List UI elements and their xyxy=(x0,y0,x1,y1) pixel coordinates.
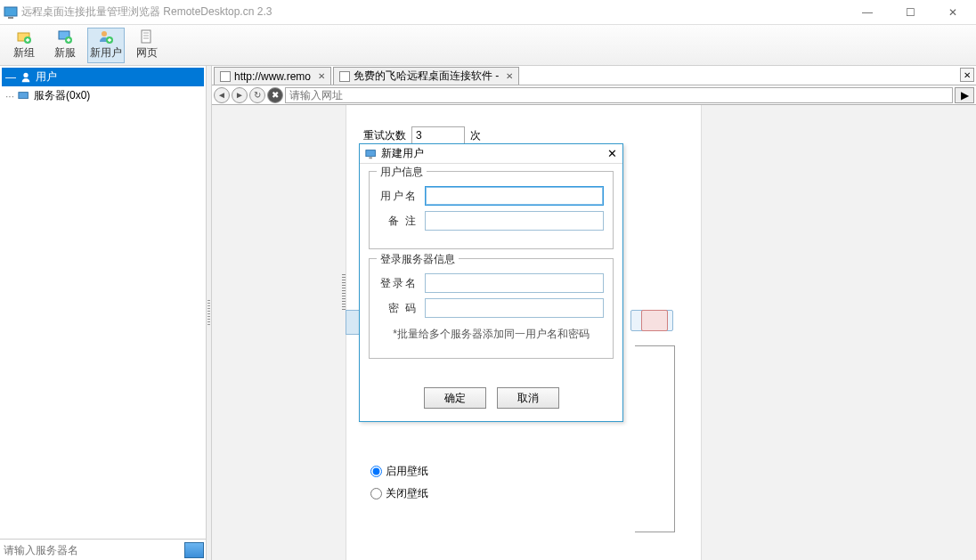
group-legend: 用户信息 xyxy=(377,165,427,180)
svg-rect-15 xyxy=(369,157,372,158)
tree-label: 用户 xyxy=(36,69,57,85)
dialog-icon xyxy=(365,148,378,160)
go-button[interactable]: ▶ xyxy=(955,87,974,103)
tab-close-icon[interactable]: ✕ xyxy=(506,71,513,81)
remark-input[interactable] xyxy=(425,211,604,231)
wallpaper-options: 启用壁纸 关闭壁纸 xyxy=(370,460,428,505)
folder-plus-icon xyxy=(17,29,31,44)
monitor-icon[interactable] xyxy=(184,542,204,558)
login-label: 登录名 xyxy=(378,276,418,291)
dialog-close-button[interactable]: ✕ xyxy=(607,147,617,160)
server-plus-icon xyxy=(58,29,72,44)
login-input[interactable] xyxy=(425,273,604,293)
background-frame-edge xyxy=(635,345,675,532)
toolbar-label: 新服 xyxy=(54,45,76,61)
page-icon xyxy=(140,29,154,44)
user-info-group: 用户信息 用户名 备 注 xyxy=(369,171,614,249)
disable-wallpaper-option[interactable]: 关闭壁纸 xyxy=(370,483,428,505)
new-group-button[interactable]: 新组 xyxy=(5,28,43,63)
login-info-group: 登录服务器信息 登录名 密 码 *批量给多个服务器添加同一用户名和密码 xyxy=(369,258,614,359)
toolbar-label: 新用户 xyxy=(90,45,122,61)
retry-label: 重试次数 xyxy=(363,128,406,143)
browser-tabs: http://www.remo ✕ 免费的飞哈远程桌面连接软件 - ✕ ✕ xyxy=(212,66,976,85)
svg-rect-14 xyxy=(366,150,376,156)
page-icon xyxy=(339,71,350,82)
new-user-button[interactable]: 新用户 xyxy=(87,28,125,63)
sidebar-search-bar xyxy=(0,539,206,560)
window-titlebar: 远程桌面连接批量管理浏览器 RemoteDesktop.cn 2.3 — ☐ ✕ xyxy=(0,0,976,25)
new-server-button[interactable]: 新服 xyxy=(46,28,84,63)
enable-wallpaper-radio[interactable] xyxy=(370,466,382,477)
main-toolbar: 新组 新服 新用户 网页 xyxy=(0,25,976,66)
toolbar-label: 网页 xyxy=(136,45,158,61)
cancel-button[interactable]: 取消 xyxy=(497,387,559,409)
hint-text: *批量给多个服务器添加同一用户名和密码 xyxy=(378,327,604,342)
svg-rect-1 xyxy=(8,17,13,19)
close-button[interactable]: ✕ xyxy=(940,6,965,19)
svg-rect-8 xyxy=(142,30,150,43)
server-search-input[interactable] xyxy=(0,540,184,560)
username-input[interactable] xyxy=(425,186,604,206)
dash-icon: — xyxy=(5,71,16,84)
back-button[interactable]: ◄ xyxy=(214,87,230,103)
radio-label: 启用壁纸 xyxy=(386,464,428,479)
disable-wallpaper-radio[interactable] xyxy=(370,488,382,499)
remark-label: 备 注 xyxy=(378,214,418,229)
dialog-titlebar[interactable]: 新建用户 ✕ xyxy=(360,144,622,164)
retry-input[interactable] xyxy=(411,126,465,144)
toolbar-label: 新组 xyxy=(13,45,35,61)
stop-button[interactable]: ✖ xyxy=(267,87,283,103)
group-legend: 登录服务器信息 xyxy=(377,252,459,267)
minimize-button[interactable]: — xyxy=(855,6,880,19)
tabs-close-all[interactable]: ✕ xyxy=(960,68,974,82)
password-input[interactable] xyxy=(425,298,604,318)
dash-icon: ··· xyxy=(5,90,14,102)
refresh-button[interactable]: ↻ xyxy=(249,87,265,103)
tab-1[interactable]: http://www.remo ✕ xyxy=(214,67,331,85)
url-input[interactable] xyxy=(285,87,953,103)
forward-button[interactable]: ► xyxy=(232,87,248,103)
password-label: 密 码 xyxy=(378,301,418,316)
new-user-dialog: 新建用户 ✕ 用户信息 用户名 备 注 登录服务器信息 登录名 密 码 xyxy=(359,143,623,422)
retry-row: 重试次数 次 xyxy=(363,126,481,144)
tab-label: 免费的飞哈远程桌面连接软件 - xyxy=(354,69,499,84)
background-close-button[interactable] xyxy=(641,310,668,331)
inner-splitter[interactable] xyxy=(342,274,346,310)
page-icon xyxy=(220,71,231,82)
svg-point-12 xyxy=(23,72,28,77)
ok-button[interactable]: 确定 xyxy=(424,387,486,409)
tree-label: 服务器(0x0) xyxy=(34,88,90,103)
radio-label: 关闭壁纸 xyxy=(386,486,428,501)
tree-view[interactable]: — 用户 ··· 服务器(0x0) xyxy=(0,66,206,560)
server-icon xyxy=(18,90,30,102)
maximize-button[interactable]: ☐ xyxy=(898,6,923,19)
tree-item-user[interactable]: — 用户 xyxy=(2,68,204,86)
user-icon xyxy=(20,71,32,84)
url-bar: ◄ ► ↻ ✖ ▶ xyxy=(212,85,976,105)
web-page-button[interactable]: 网页 xyxy=(128,28,166,63)
enable-wallpaper-option[interactable]: 启用壁纸 xyxy=(370,460,428,483)
app-icon xyxy=(4,5,18,20)
username-label: 用户名 xyxy=(378,189,418,204)
window-title: 远程桌面连接批量管理浏览器 RemoteDesktop.cn 2.3 xyxy=(21,4,855,20)
svg-point-6 xyxy=(102,31,107,37)
user-plus-icon xyxy=(99,29,113,44)
tab-close-icon[interactable]: ✕ xyxy=(318,71,325,81)
retry-unit: 次 xyxy=(470,128,481,143)
dialog-title: 新建用户 xyxy=(381,146,424,161)
tab-label: http://www.remo xyxy=(234,70,311,83)
svg-rect-13 xyxy=(19,92,28,98)
sidebar: — 用户 ··· 服务器(0x0) xyxy=(0,66,207,560)
svg-rect-0 xyxy=(4,7,17,16)
tab-2[interactable]: 免费的飞哈远程桌面连接软件 - ✕ xyxy=(333,67,519,85)
tree-item-server[interactable]: ··· 服务器(0x0) xyxy=(2,86,204,105)
